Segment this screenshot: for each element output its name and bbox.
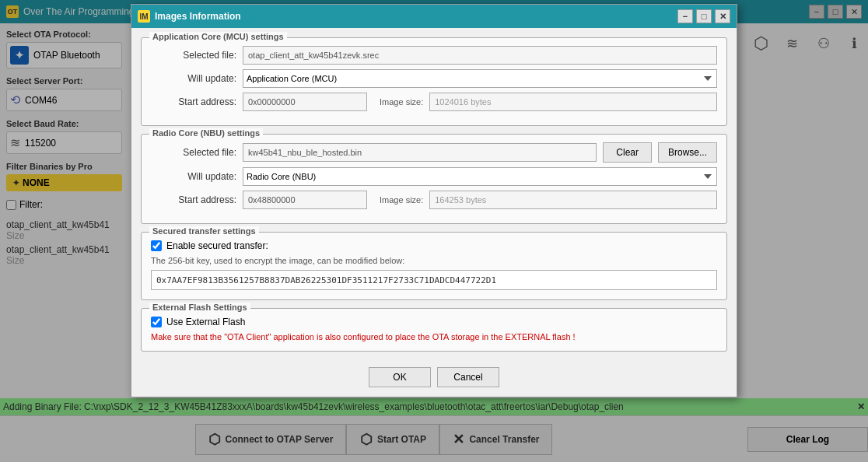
dialog-overlay: IM Images Information − □ ✕ Application …: [0, 0, 868, 462]
secured-section-title: Secured transfer settings: [149, 226, 259, 236]
nbu-will-update-select[interactable]: Radio Core (NBU): [243, 167, 717, 186]
mcu-selected-file-row: Selected file:: [151, 46, 717, 65]
dialog-icon: IM: [138, 10, 150, 23]
nbu-start-address-input[interactable]: [243, 191, 367, 209]
warning-text: Make sure that the "OTA Client" applicat…: [151, 332, 717, 341]
dialog-minimize-button[interactable]: −: [677, 9, 693, 23]
external-flash-title: External Flash Settings: [149, 303, 250, 312]
dialog-maximize-button[interactable]: □: [696, 9, 712, 23]
nbu-selected-file-label: Selected file:: [151, 147, 236, 158]
use-external-flash-row: Use External Flash: [151, 317, 717, 327]
key-input[interactable]: [151, 270, 717, 290]
dialog-close-button[interactable]: ✕: [715, 9, 730, 23]
nbu-address-row: Start address: Image size:: [151, 191, 717, 209]
dialog-title: Images Information: [155, 11, 241, 22]
mcu-start-address-input[interactable]: [243, 93, 367, 111]
nbu-start-address-label: Start address:: [151, 194, 236, 205]
mcu-will-update-row: Will update: Application Core (MCU): [151, 69, 717, 88]
mcu-will-update-label: Will update:: [151, 73, 236, 84]
mcu-section: Application Core (MCU) settings Selected…: [141, 37, 727, 126]
enable-secured-checkbox[interactable]: [151, 240, 162, 251]
nbu-will-update-row: Will update: Radio Core (NBU): [151, 167, 717, 186]
dialog-window-controls: − □ ✕: [677, 9, 730, 23]
use-external-flash-checkbox[interactable]: [151, 317, 162, 327]
key-description: The 256-bit key, used to encrypt the ima…: [151, 256, 717, 265]
mcu-image-size-input: [429, 93, 717, 111]
nbu-image-size-label: Image size:: [380, 195, 423, 205]
mcu-selected-file-label: Selected file:: [151, 50, 236, 61]
enable-secured-row: Enable secured transfer:: [151, 240, 717, 251]
nbu-selected-file-input[interactable]: [243, 143, 597, 162]
nbu-section: Radio Core (NBU) settings Selected file:…: [141, 134, 727, 224]
external-flash-section: External Flash Settings Use External Fla…: [141, 308, 727, 352]
browse-button[interactable]: Browse...: [658, 142, 717, 163]
use-external-flash-label: Use External Flash: [166, 317, 245, 327]
cancel-button[interactable]: Cancel: [437, 367, 499, 387]
mcu-will-update-select[interactable]: Application Core (MCU): [243, 69, 717, 88]
clear-button[interactable]: Clear: [603, 142, 652, 163]
dialog-body: Application Core (MCU) settings Selected…: [131, 28, 737, 361]
secured-transfer-section: Secured transfer settings Enable secured…: [141, 232, 727, 300]
nbu-will-update-label: Will update:: [151, 171, 236, 182]
nbu-selected-file-row: Selected file: Clear Browse...: [151, 142, 717, 163]
mcu-start-address-label: Start address:: [151, 96, 236, 107]
mcu-section-title: Application Core (MCU) settings: [149, 32, 287, 41]
ok-button[interactable]: OK: [369, 367, 431, 387]
nbu-section-title: Radio Core (NBU) settings: [149, 128, 263, 138]
enable-secured-label: Enable secured transfer:: [166, 240, 268, 251]
dialog-footer: OK Cancel: [131, 361, 737, 397]
dialog-titlebar: IM Images Information − □ ✕: [131, 5, 737, 28]
mcu-selected-file-input[interactable]: [243, 46, 717, 65]
mcu-address-row: Start address: Image size:: [151, 93, 717, 111]
mcu-image-size-label: Image size:: [380, 97, 423, 107]
nbu-image-size-input: [429, 191, 717, 209]
images-information-dialog: IM Images Information − □ ✕ Application …: [131, 4, 737, 397]
